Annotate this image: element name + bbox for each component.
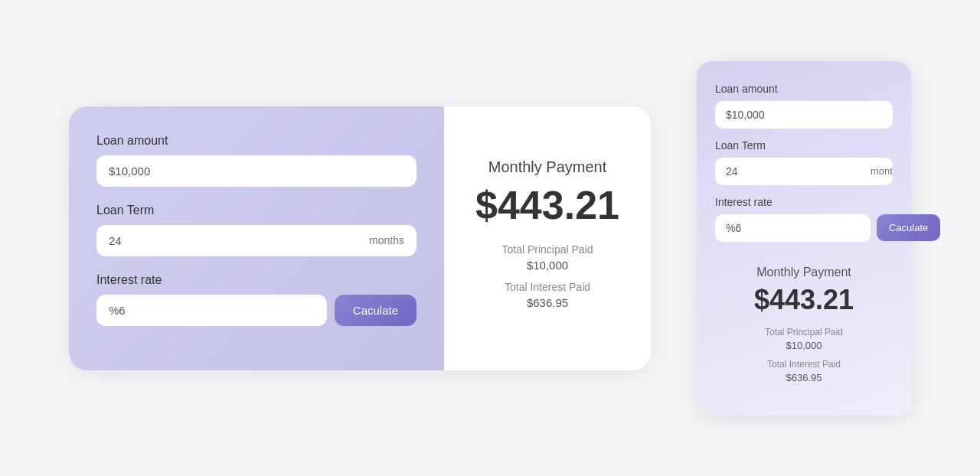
right-interest-rate-group: Interest rate Caculate xyxy=(715,196,893,242)
right-loan-amount-group: Loan amount xyxy=(715,83,893,129)
right-interest-row: Caculate xyxy=(715,214,893,242)
right-loan-term-group: Loan Term months xyxy=(715,139,893,185)
left-card: Loan amount Loan Term months Interest ra… xyxy=(69,106,651,370)
total-interest-label: Total Interest Paid xyxy=(505,281,590,293)
right-card: Loan amount Loan Term months Interest ra… xyxy=(697,61,911,416)
interest-rate-label: Interest rate xyxy=(96,273,416,287)
right-monthly-payment-label: Monthly Payment xyxy=(715,266,893,279)
right-loan-term-wrapper: months xyxy=(715,158,893,185)
calculate-button[interactable]: Caculate xyxy=(335,295,416,326)
loan-term-group: Loan Term months xyxy=(96,204,416,256)
right-calculate-button[interactable]: Caculate xyxy=(877,214,940,241)
loan-term-suffix: months xyxy=(369,234,416,246)
loan-amount-input[interactable] xyxy=(96,155,416,187)
loan-term-input-wrapper: months xyxy=(96,225,416,256)
right-total-principal-label: Total Principal Paid xyxy=(715,327,893,337)
monthly-payment-amount: $443.21 xyxy=(475,182,619,228)
monthly-payment-label: Monthly Payment xyxy=(488,158,607,176)
right-total-interest-label: Total Interest Paid xyxy=(715,359,893,370)
total-interest-value: $636.95 xyxy=(527,296,568,309)
right-loan-term-suffix: months xyxy=(871,165,893,177)
left-result-section: Monthly Payment $443.21 Total Principal … xyxy=(444,106,651,370)
right-loan-amount-input[interactable] xyxy=(715,101,893,129)
right-total-interest-value: $636.95 xyxy=(715,372,893,383)
total-principal-label: Total Principal Paid xyxy=(501,243,593,256)
interest-rate-row: Caculate xyxy=(96,295,416,326)
right-loan-term-input[interactable] xyxy=(715,158,871,185)
loan-amount-label: Loan amount xyxy=(96,134,416,148)
right-loan-amount-label: Loan amount xyxy=(715,83,893,95)
page-wrapper: Loan amount Loan Term months Interest ra… xyxy=(0,15,980,461)
interest-rate-group: Interest rate Caculate xyxy=(96,273,416,326)
loan-term-input[interactable] xyxy=(96,225,369,256)
right-total-principal-value: $10,000 xyxy=(715,340,893,351)
result-divider xyxy=(715,253,893,253)
right-loan-term-label: Loan Term xyxy=(715,139,893,152)
loan-term-label: Loan Term xyxy=(96,204,416,217)
left-form-section: Loan amount Loan Term months Interest ra… xyxy=(69,106,444,370)
right-monthly-payment-amount: $443.21 xyxy=(715,284,893,316)
total-principal-value: $10,000 xyxy=(527,259,568,272)
loan-amount-group: Loan amount xyxy=(96,134,416,187)
right-interest-rate-label: Interest rate xyxy=(715,196,893,208)
right-interest-rate-input[interactable] xyxy=(715,214,871,242)
interest-rate-input[interactable] xyxy=(96,295,327,326)
